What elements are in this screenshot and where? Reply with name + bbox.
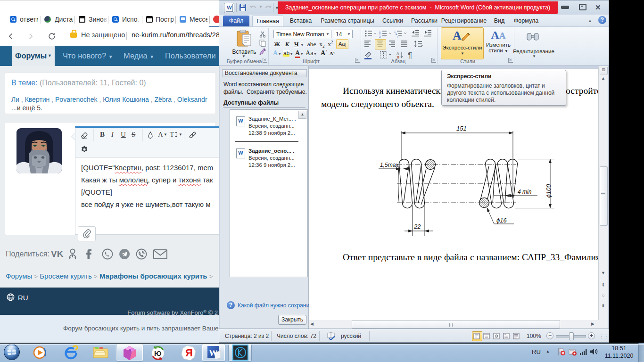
svg-text:W: W [209, 348, 218, 358]
svg-text:Ю: Ю [154, 349, 161, 357]
svg-text:4 min: 4 min [518, 189, 532, 195]
svg-text:22: 22 [413, 223, 421, 230]
svg-text:i: i [397, 35, 397, 38]
svg-text:1,5max: 1,5max [380, 162, 399, 168]
svg-text:Я: Я [185, 347, 193, 359]
svg-text:ϕ16: ϕ16 [496, 217, 507, 224]
svg-text:ϕ100: ϕ100 [545, 184, 552, 198]
svg-text:151: 151 [456, 125, 467, 132]
svg-text:3: 3 [379, 35, 381, 38]
svg-text:VK: VK [51, 249, 64, 259]
